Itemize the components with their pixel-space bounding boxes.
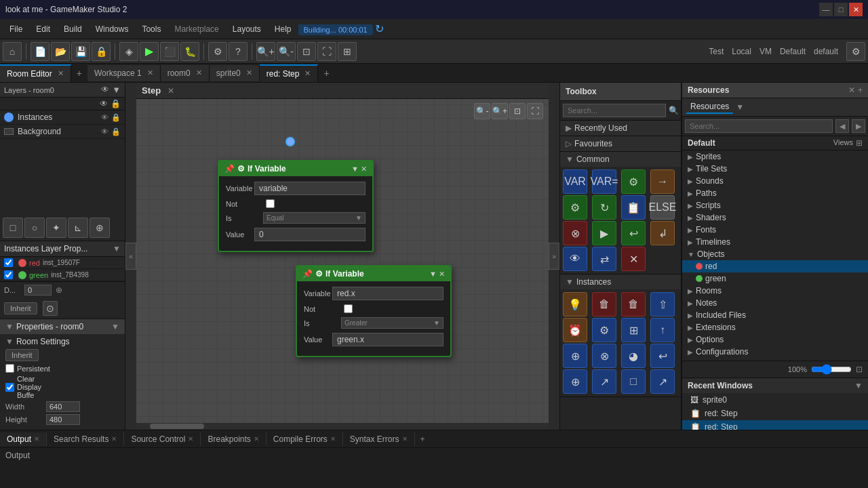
zoom-out-button[interactable]: 🔍- xyxy=(277,42,296,61)
toolbox-alarm-icon[interactable]: ⏰ xyxy=(563,318,587,342)
local-label[interactable]: Local xyxy=(732,47,751,56)
zoom-slider[interactable] xyxy=(811,364,852,375)
if-var-1-chevron-icon[interactable]: ▼ xyxy=(351,165,359,174)
menu-layouts[interactable]: Layouts xyxy=(226,22,268,37)
tool-select-btn[interactable]: ⊾ xyxy=(68,218,88,238)
toolbox-close-icon[interactable]: ✕ xyxy=(621,247,646,271)
toolbox-recently-used-header[interactable]: ▶ Recently Used xyxy=(560,121,681,136)
tab-add-left[interactable]: + xyxy=(71,65,87,81)
toolbox-deactivate-icon[interactable]: ⊞ xyxy=(621,318,646,342)
tree-tilesets[interactable]: ▶ Tile Sets xyxy=(682,163,868,175)
debug-button[interactable]: 🐛 xyxy=(180,42,199,61)
if-var-1-value-input[interactable] xyxy=(254,228,366,241)
instances-props-chevron[interactable]: ▼ xyxy=(113,244,121,253)
layer-item-background[interactable]: Background 👁 🔒 xyxy=(0,125,125,139)
resources-add-icon[interactable]: + xyxy=(858,85,863,95)
clear-display-checkbox[interactable] xyxy=(5,383,14,392)
if-var-2-is-select[interactable]: Greater ▼ xyxy=(341,317,443,329)
toolbox-pacman-icon[interactable]: ◕ xyxy=(621,344,646,368)
menu-build[interactable]: Build xyxy=(57,22,89,37)
tree-object-red[interactable]: red xyxy=(682,260,868,272)
toolbox-move2-icon[interactable]: ⊗ xyxy=(592,344,616,368)
canvas-zoom-in[interactable]: 🔍+ xyxy=(492,103,508,119)
tab-add-right[interactable]: + xyxy=(318,65,334,81)
toolbox-play-icon[interactable]: ▶ xyxy=(592,221,616,245)
recent-item-red-step-1[interactable]: 📋 red: Step xyxy=(682,407,868,420)
canvas-zoom-fit[interactable]: ⊡ xyxy=(509,103,526,119)
menu-help[interactable]: Help xyxy=(268,22,298,37)
minimize-button[interactable]: — xyxy=(819,3,833,16)
toolbox-move3-icon[interactable]: ⊕ xyxy=(563,369,587,394)
inherit-button[interactable]: Inherit xyxy=(4,302,37,314)
lock-icon[interactable]: 🔒 xyxy=(111,99,121,108)
canvas-fullscreen[interactable]: ⛶ xyxy=(527,103,543,119)
toolbox-exit-icon[interactable]: ⊗ xyxy=(563,221,587,245)
menu-windows[interactable]: Windows xyxy=(89,22,136,37)
zoom-fit-icon[interactable]: ⊡ xyxy=(856,365,863,374)
instances-eye-icon[interactable]: 👁 xyxy=(101,113,108,122)
output-tab-close[interactable]: ✕ xyxy=(34,435,39,443)
tree-shaders[interactable]: ▶ Shaders xyxy=(682,211,868,224)
bottom-tab-output[interactable]: Output ✕ xyxy=(0,432,47,446)
tool-stamp-btn[interactable]: ✦ xyxy=(46,218,66,238)
toolbox-change-icon[interactable]: ⇧ xyxy=(650,292,675,317)
toolbox-favourites-header[interactable]: ▷ Favourites xyxy=(560,136,681,151)
step-close-icon[interactable]: ✕ xyxy=(167,86,174,96)
props-chevron[interactable]: ▼ xyxy=(111,322,119,331)
tab-room0-close[interactable]: ✕ xyxy=(196,68,202,77)
resources-search-input[interactable] xyxy=(685,119,833,133)
menu-marketplace[interactable]: Marketplace xyxy=(167,22,225,37)
object-button[interactable]: ◈ xyxy=(119,42,138,61)
if-var-2-value-input[interactable] xyxy=(332,333,443,346)
resources-close-icon[interactable]: ✕ xyxy=(848,85,855,95)
bottom-tab-breakpoints[interactable]: Breakpoints ✕ xyxy=(201,432,266,446)
zoom-in-button[interactable]: 🔍+ xyxy=(256,42,275,61)
bottom-tab-compile-errors[interactable]: Compile Errors ✕ xyxy=(267,432,343,446)
new-button[interactable]: 📄 xyxy=(31,42,50,61)
instances-lock-icon[interactable]: 🔒 xyxy=(111,113,121,122)
toolbox-instances-header[interactable]: ▼ Instances xyxy=(560,274,681,289)
breakpoints-tab-close[interactable]: ✕ xyxy=(254,435,259,443)
toolbox-execute-icon[interactable]: → xyxy=(650,169,675,194)
tab-room-editor[interactable]: Room Editor ✕ xyxy=(0,64,71,82)
instance-green-checkbox[interactable] xyxy=(4,270,13,279)
bottom-tab-source-control[interactable]: Source Control ✕ xyxy=(124,432,201,446)
search-results-tab-close[interactable]: ✕ xyxy=(111,435,117,443)
if-var-2-chevron-icon[interactable]: ▼ xyxy=(429,270,437,279)
bottom-tab-add[interactable]: + xyxy=(415,432,431,446)
save-button[interactable]: 💾 xyxy=(71,42,90,61)
horizontal-scrollbar[interactable] xyxy=(136,423,549,430)
height-input[interactable] xyxy=(46,414,80,425)
compile-errors-tab-close[interactable]: ✕ xyxy=(330,435,336,443)
tab-workspace-close[interactable]: ✕ xyxy=(147,68,153,77)
tool-more-btn[interactable]: ⊕ xyxy=(90,218,110,238)
instance-row-red[interactable]: red inst_19507F xyxy=(0,257,125,269)
settings-button[interactable]: ⚙ xyxy=(208,42,227,61)
tree-scripts[interactable]: ▶ Scripts xyxy=(682,199,868,211)
help-button[interactable]: ? xyxy=(229,42,248,61)
vm-label[interactable]: VM xyxy=(760,47,772,56)
props-inherit-button[interactable]: Inherit xyxy=(5,349,39,361)
toolbox-search-icon[interactable]: 🔍 xyxy=(666,106,682,115)
tab-red-step-close[interactable]: ✕ xyxy=(304,69,311,78)
canvas-zoom-out[interactable]: 🔍- xyxy=(474,103,490,119)
toolbox-path-icon[interactable]: ↗ xyxy=(650,369,675,394)
tree-timelines[interactable]: ▶ Timelines xyxy=(682,236,868,248)
layer-item-instances[interactable]: Instances 👁 🔒 xyxy=(0,110,125,125)
tree-sprites[interactable]: ▶ Sprites xyxy=(682,150,868,163)
zoom-fit-button[interactable]: ⊡ xyxy=(297,42,316,61)
tab-red-step[interactable]: red: Step ✕ xyxy=(260,64,319,82)
inherit-icon-btn[interactable]: ⊙ xyxy=(43,301,58,316)
width-input[interactable] xyxy=(46,401,80,412)
tool-circle-btn[interactable]: ○ xyxy=(24,218,45,238)
toolbox-search-input[interactable] xyxy=(563,104,666,117)
tab-room0[interactable]: room0 ✕ xyxy=(161,65,210,81)
toolbox-event-icon[interactable]: 📋 xyxy=(621,195,646,220)
tree-paths[interactable]: ▶ Paths xyxy=(682,187,868,199)
default2-label[interactable]: default xyxy=(814,47,838,56)
toolbox-set-var-icon[interactable]: VAR= xyxy=(592,169,616,194)
toolbox-if2-icon[interactable]: ⚙ xyxy=(563,195,587,220)
default-label[interactable]: Default xyxy=(780,47,806,56)
bottom-tab-syntax-errors[interactable]: Syntax Errors ✕ xyxy=(343,432,415,446)
maximize-button[interactable]: □ xyxy=(834,3,848,16)
